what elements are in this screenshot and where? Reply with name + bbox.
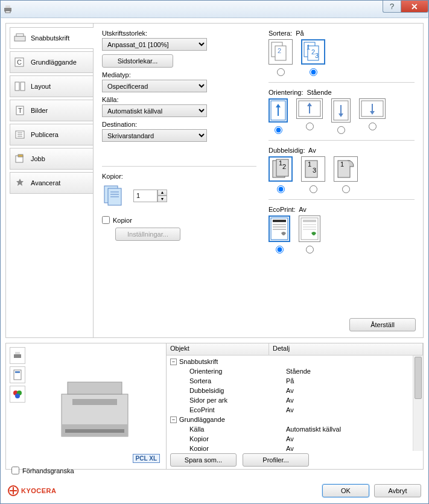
tree-row[interactable]: SorteraPå	[167, 376, 423, 386]
tree-row[interactable]: Sidor per arkAv	[167, 395, 423, 405]
duplex-long-option[interactable]: 13	[301, 156, 325, 193]
spin-down[interactable]: ▼	[157, 196, 167, 202]
copies-spinner[interactable]: ▲▼	[133, 190, 167, 202]
svg-rect-53	[273, 220, 286, 222]
eco-off-radio[interactable]	[276, 246, 284, 254]
save-as-button[interactable]: Spara som...	[170, 453, 237, 467]
mini-tab-printer[interactable]	[10, 347, 25, 364]
cancel-button[interactable]: Avbryt	[374, 484, 421, 497]
duplex-short-radio[interactable]	[342, 185, 350, 193]
tab-advanced[interactable]: Avancerat	[10, 172, 93, 194]
side-tabs: Snabbutskrift C Grundläggande Layout T B…	[6, 24, 93, 337]
preview-checkbox[interactable]	[11, 467, 19, 474]
tree-group[interactable]: −Grundläggande	[167, 415, 423, 424]
printsize-select[interactable]: Anpassat_01 [100%]	[102, 38, 207, 51]
lower-panel: PCL XL Objekt Detalj −SnabbutskriftOrien…	[5, 343, 424, 470]
copies-icon	[102, 183, 126, 208]
svg-text:T: T	[18, 107, 22, 114]
tree-row[interactable]: DubbelsidigAv	[167, 386, 423, 395]
tree-row[interactable]: KopiorAv	[167, 444, 423, 451]
mini-tab-page[interactable]	[10, 366, 25, 383]
tab-label: Grundläggande	[31, 59, 77, 66]
orient-portrait-flip-option[interactable]	[331, 98, 351, 134]
tree-row[interactable]: KällaAutomatiskt källval	[167, 424, 423, 434]
source-label: Källa:	[102, 96, 256, 103]
tab-basic[interactable]: C Grundläggande	[10, 51, 93, 73]
eco-on-option[interactable]	[299, 215, 320, 254]
orient-portrait-option[interactable]	[269, 98, 288, 134]
tree-row[interactable]: KopiorAv	[167, 434, 423, 444]
svg-rect-62	[14, 354, 21, 358]
svg-rect-3	[14, 36, 25, 41]
profiles-button[interactable]: Profiler...	[243, 453, 309, 467]
duplex-off-option[interactable]: 12	[269, 156, 293, 193]
svg-rect-2	[5, 11, 10, 13]
tab-job[interactable]: Jobb	[10, 148, 93, 170]
eco-off-option[interactable]	[269, 215, 290, 254]
orient-portrait-radio[interactable]	[275, 126, 282, 134]
svg-rect-72	[72, 399, 117, 405]
collapse-icon[interactable]: −	[170, 359, 177, 365]
destination-label: Destination:	[102, 121, 256, 128]
images-icon: T	[14, 105, 26, 116]
tree-group[interactable]: −Snabbutskrift	[167, 357, 423, 366]
ok-button[interactable]: OK	[322, 484, 369, 497]
tree-col-detail[interactable]: Detalj	[269, 343, 423, 355]
orient-landscape-radio[interactable]	[306, 123, 314, 130]
tree-row[interactable]: OrienteringStående	[167, 366, 423, 376]
source-select[interactable]: Automatiskt källval	[102, 104, 207, 117]
ecoprint-label: EcoPrint:	[269, 206, 296, 213]
tree-row[interactable]: EcoPrintAv	[167, 405, 423, 415]
sort-off-radio[interactable]	[277, 68, 285, 76]
mediatype-select[interactable]: Ospecificerad	[102, 80, 207, 92]
copies-input[interactable]	[133, 190, 157, 202]
orient-portrait-flip-radio[interactable]	[337, 126, 345, 134]
tab-images[interactable]: T Bilder	[10, 100, 93, 121]
orient-landscape-flip-radio[interactable]	[369, 123, 377, 130]
footer: KYOCERA OK Avbryt	[8, 484, 421, 497]
destination-select[interactable]: Skrivarstandard	[102, 129, 207, 142]
tab-publish[interactable]: Publicera	[10, 124, 93, 145]
tab-layout[interactable]: Layout	[10, 75, 93, 97]
spin-up[interactable]: ▲	[157, 190, 167, 196]
eco-on-radio[interactable]	[306, 246, 314, 254]
tab-label: Jobb	[31, 155, 45, 162]
preview-panel: PCL XL	[6, 343, 167, 469]
svg-marker-17	[16, 179, 24, 186]
copies-settings-button[interactable]: Inställningar...	[115, 228, 180, 241]
duplex-short-option[interactable]: 1	[334, 156, 358, 193]
svg-rect-58	[303, 220, 316, 222]
tree-col-object[interactable]: Objekt	[167, 343, 269, 355]
tab-label: Layout	[31, 83, 51, 90]
collapse-icon[interactable]: −	[170, 416, 177, 423]
orient-landscape-flip-option[interactable]	[359, 98, 386, 134]
tab-label: Bilder	[31, 107, 48, 114]
preview-label: Förhandsgranska	[22, 467, 74, 474]
sort-on-radio[interactable]	[310, 68, 317, 76]
orientation-label: Orientering:	[269, 89, 303, 96]
layout-icon	[14, 81, 26, 92]
printsize-label: Utskriftsstorlek:	[102, 30, 256, 37]
duplex-long-radio[interactable]	[310, 185, 317, 193]
pagesizes-button[interactable]: Sidstorlekar...	[102, 54, 173, 68]
close-button[interactable]: ✕	[401, 1, 428, 13]
svg-point-68	[15, 394, 20, 398]
help-button[interactable]: ?	[383, 1, 401, 13]
duplex-off-radio[interactable]	[277, 185, 285, 193]
tree-scrollbar[interactable]	[413, 356, 423, 451]
copies-label: Kopior:	[102, 173, 256, 180]
sort-off-option[interactable]: 2	[269, 39, 293, 76]
orient-landscape-option[interactable]	[296, 98, 323, 134]
svg-rect-1	[5, 5, 10, 8]
reset-button[interactable]: Återställ	[349, 318, 416, 331]
mini-tab-color[interactable]	[10, 386, 25, 403]
sort-on-option[interactable]: 123	[301, 39, 325, 76]
publish-icon	[14, 129, 26, 140]
copies-checkbox[interactable]	[102, 216, 110, 224]
orientation-value: Stående	[307, 89, 332, 96]
brand-text: KYOCERA	[21, 487, 57, 494]
svg-rect-71	[68, 382, 122, 394]
svg-rect-65	[15, 371, 20, 373]
ecoprint-value: Av	[299, 206, 307, 213]
tab-quick[interactable]: Snabbutskrift	[10, 27, 94, 49]
